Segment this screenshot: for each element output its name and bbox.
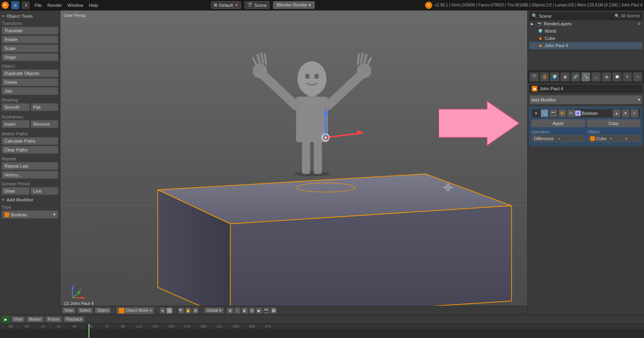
add-modifier-button[interactable]: Add Modifier ▾ xyxy=(529,95,642,104)
render-engine-arrow: ▾ xyxy=(309,2,311,7)
outliner-world[interactable]: 🌍 World xyxy=(529,27,642,35)
object-close-icon[interactable]: ✕ xyxy=(625,137,638,141)
tab-physics[interactable]: ⚛ xyxy=(633,72,642,82)
info-icon: ℹ xyxy=(22,1,30,9)
scene-selector[interactable]: 🎬 Scene xyxy=(244,1,270,9)
menu-file[interactable]: File xyxy=(32,2,44,8)
render-btn[interactable]: 🖼 xyxy=(270,307,277,314)
tab-object[interactable]: ◼ xyxy=(560,72,570,82)
history-button[interactable]: History... xyxy=(2,171,58,179)
tab-particles[interactable]: ✦ xyxy=(623,72,632,82)
duplicate-objects-button[interactable]: Duplicate Objects xyxy=(2,69,58,77)
mode-dropdown[interactable]: Object Mode ▾ xyxy=(116,307,154,314)
mark-230: 230 xyxy=(227,324,243,328)
outliner-icon: 🔍 xyxy=(532,13,537,19)
grease-pencil-row: Draw Line xyxy=(2,187,58,196)
svg-rect-10 xyxy=(314,138,322,174)
outliner-john-paul[interactable]: ◼ John Paul 4 xyxy=(529,42,642,49)
mod-icon-edit[interactable]: ✏ xyxy=(567,109,575,117)
overlay-btn[interactable]: ⊞ xyxy=(227,307,233,314)
menu-help[interactable]: Help xyxy=(87,2,101,8)
tab-texture[interactable]: 🔲 xyxy=(612,72,622,82)
draw-button[interactable]: Draw xyxy=(2,187,30,195)
mod-down-btn[interactable]: ▼ xyxy=(621,109,630,117)
viewport-view-btn[interactable]: View xyxy=(62,307,76,313)
outliner-render-layers[interactable]: ▶ 📷 RenderLayers ⚙ xyxy=(529,20,642,27)
zoom-btn[interactable]: 🔍 xyxy=(178,307,184,314)
mod-up-btn[interactable]: ▲ xyxy=(613,109,621,117)
scene-container: Z X Y User Persp (2) John Paul 4 xyxy=(60,10,527,315)
outliner-cube[interactable]: ◼ Cube xyxy=(529,35,642,42)
flat-button[interactable]: Flat xyxy=(31,103,59,111)
workspace-selector[interactable]: ⊞ Default ✕ xyxy=(211,1,241,9)
line-button[interactable]: Line xyxy=(31,187,59,195)
snap-btn[interactable]: ⊞ xyxy=(192,307,199,314)
mod-close-btn[interactable]: ✕ xyxy=(630,109,638,117)
grease-pencil-label: Grease Pencil: xyxy=(2,181,58,186)
mod-name-label: Boolean xyxy=(582,111,598,116)
falloff-btn[interactable]: ◐ xyxy=(242,307,248,314)
translate-button[interactable]: Translate xyxy=(2,27,58,35)
camera-btn[interactable]: 📷 xyxy=(263,307,270,314)
playhead[interactable] xyxy=(89,324,89,338)
properties-content: ◼ John Paul 4 Add Modifier ▾ ▼ 🔧 📷 xyxy=(528,83,644,315)
add-modifier-panel-header: Add Modifier xyxy=(2,197,58,202)
tab-render[interactable]: 🎬 xyxy=(529,72,539,82)
origin-button[interactable]: Origin xyxy=(2,53,58,61)
shade-solid-btn[interactable]: ● xyxy=(159,307,166,314)
mod-icon-wrench[interactable]: 🔧 xyxy=(541,109,549,117)
rotate-button[interactable]: Rotate xyxy=(2,35,58,44)
tab-constraints[interactable]: 🔗 xyxy=(571,72,580,82)
mod-boolean-icon: B xyxy=(575,110,581,116)
object-field: Object: Cube ▾ ✕ xyxy=(588,130,641,142)
timeline-playback-btn[interactable]: Playback xyxy=(64,316,85,322)
tab-modifiers[interactable]: 🔧 xyxy=(581,72,591,82)
tab-scene[interactable]: 🔆 xyxy=(540,72,549,82)
smooth-button[interactable]: Smooth xyxy=(2,103,30,111)
tab-material[interactable]: ◉ xyxy=(602,72,611,82)
transform-dropdown[interactable]: Global ▾ xyxy=(204,307,224,313)
remove-button[interactable]: Remove xyxy=(31,120,59,128)
join-button[interactable]: Join xyxy=(2,87,58,95)
modifier-type-icons: 🔧 📷 🔆 ✏ xyxy=(541,109,575,117)
operation-dropdown[interactable]: Difference ▾ xyxy=(531,135,584,142)
menu-window[interactable]: Window xyxy=(65,2,86,8)
object-dropdown[interactable]: Cube ▾ ✕ xyxy=(588,135,641,142)
top-menu[interactable]: File Render Window Help xyxy=(32,2,101,8)
svg-point-8 xyxy=(294,172,330,176)
game-btn[interactable]: ▶ xyxy=(256,307,262,314)
object-tools-header: Object Tools xyxy=(2,14,58,19)
copy-button[interactable]: Copy xyxy=(587,119,641,127)
boolean-dropdown[interactable]: Boolean ▾ xyxy=(2,210,58,219)
repeat-last-button[interactable]: Repeat Last xyxy=(2,162,58,170)
prop-edit-btn[interactable]: ○ xyxy=(234,307,241,314)
scale-button[interactable]: Scale xyxy=(2,44,58,52)
mod-icon-camera[interactable]: 📷 xyxy=(549,109,557,117)
shade-render-btn[interactable]: ◎ xyxy=(166,307,173,314)
render-engine[interactable]: Blender Render ▾ xyxy=(273,1,315,9)
viewport[interactable]: Z X Y User Persp (2) John Paul 4 View Se… xyxy=(60,10,527,315)
render-layers-label: RenderLayers xyxy=(544,21,572,26)
timeline-marker-btn[interactable]: Marker xyxy=(27,316,44,322)
calculate-paths-button[interactable]: Calculate Paths xyxy=(2,137,58,145)
timeline-view-btn[interactable]: View xyxy=(11,316,25,322)
insert-button[interactable]: Insert xyxy=(2,120,30,128)
apply-button[interactable]: Apply xyxy=(531,119,585,127)
vp-separator-4 xyxy=(201,308,202,313)
delete-button[interactable]: Delete xyxy=(2,78,58,86)
viewport-object-btn[interactable]: Object xyxy=(95,307,111,313)
timeline-track[interactable]: -50 -30 -10 10 30 50 70 90 110 130 150 1… xyxy=(0,324,644,338)
tab-data[interactable]: △ xyxy=(591,72,601,82)
workspace-close[interactable]: ✕ xyxy=(235,2,238,8)
pan-btn[interactable]: ✋ xyxy=(185,307,192,314)
clear-paths-button[interactable]: Clear Paths xyxy=(2,146,58,154)
transform-name: Global xyxy=(206,308,218,313)
modifier-expand-arrow[interactable]: ▼ xyxy=(532,110,541,117)
menu-render[interactable]: Render xyxy=(45,2,64,8)
timeline-frame-btn[interactable]: Frame xyxy=(45,316,62,322)
tab-world[interactable]: 🌍 xyxy=(550,72,559,82)
mirror-btn[interactable]: ⊟ xyxy=(249,307,255,314)
svg-point-13 xyxy=(252,64,267,78)
viewport-select-btn[interactable]: Select xyxy=(77,307,93,313)
mod-icon-render[interactable]: 🔆 xyxy=(558,109,566,117)
